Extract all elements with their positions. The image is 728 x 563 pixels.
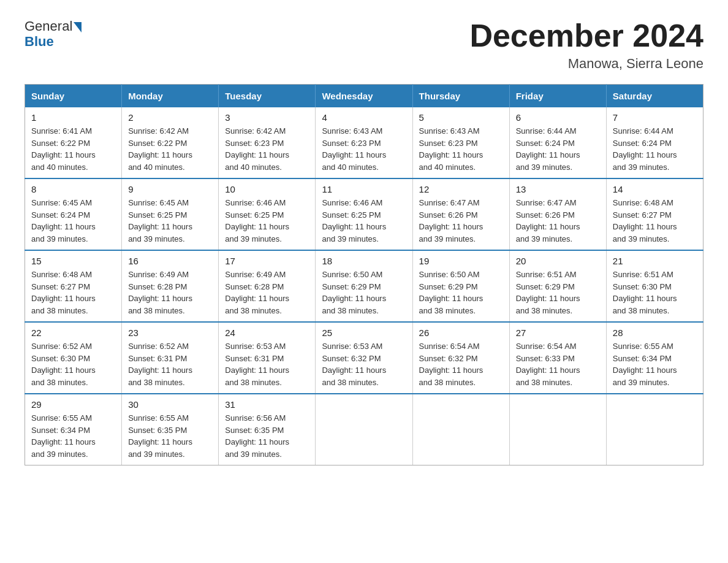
calendar-cell: 3 Sunrise: 6:42 AM Sunset: 6:23 PM Dayli… — [219, 107, 316, 178]
day-info: Sunrise: 6:44 AM Sunset: 6:24 PM Dayligh… — [516, 125, 600, 173]
header-day-tuesday: Tuesday — [219, 85, 316, 108]
calendar-week-row: 22 Sunrise: 6:52 AM Sunset: 6:30 PM Dayl… — [25, 322, 703, 394]
day-number: 4 — [322, 112, 406, 123]
day-info: Sunrise: 6:47 AM Sunset: 6:26 PM Dayligh… — [516, 197, 600, 245]
page-title: December 2024 — [469, 18, 703, 53]
header-day-friday: Friday — [509, 85, 606, 108]
day-number: 24 — [225, 327, 309, 338]
day-number: 12 — [419, 184, 503, 194]
day-info: Sunrise: 6:43 AM Sunset: 6:23 PM Dayligh… — [322, 125, 406, 173]
calendar-cell: 28 Sunrise: 6:55 AM Sunset: 6:34 PM Dayl… — [606, 322, 703, 394]
calendar-week-row: 8 Sunrise: 6:45 AM Sunset: 6:24 PM Dayli… — [25, 178, 703, 250]
calendar-week-row: 29 Sunrise: 6:55 AM Sunset: 6:34 PM Dayl… — [25, 394, 703, 465]
day-info: Sunrise: 6:55 AM Sunset: 6:34 PM Dayligh… — [613, 340, 697, 388]
logo: General Blue — [25, 18, 82, 50]
calendar-cell — [412, 394, 509, 465]
day-info: Sunrise: 6:44 AM Sunset: 6:24 PM Dayligh… — [613, 125, 697, 173]
day-info: Sunrise: 6:53 AM Sunset: 6:32 PM Dayligh… — [322, 340, 406, 388]
day-number: 13 — [516, 184, 600, 194]
day-number: 31 — [225, 399, 309, 410]
day-info: Sunrise: 6:52 AM Sunset: 6:31 PM Dayligh… — [128, 340, 212, 388]
day-info: Sunrise: 6:46 AM Sunset: 6:25 PM Dayligh… — [322, 197, 406, 245]
day-number: 8 — [31, 184, 115, 194]
page-header: General Blue December 2024 Manowa, Sierr… — [25, 18, 703, 72]
title-area: December 2024 Manowa, Sierra Leone — [469, 18, 703, 72]
calendar-cell: 4 Sunrise: 6:43 AM Sunset: 6:23 PM Dayli… — [316, 107, 412, 178]
day-number: 20 — [516, 256, 600, 266]
calendar-cell: 17 Sunrise: 6:49 AM Sunset: 6:28 PM Dayl… — [219, 250, 316, 322]
calendar-cell: 5 Sunrise: 6:43 AM Sunset: 6:23 PM Dayli… — [412, 107, 509, 178]
calendar-cell: 20 Sunrise: 6:51 AM Sunset: 6:29 PM Dayl… — [509, 250, 606, 322]
day-info: Sunrise: 6:55 AM Sunset: 6:34 PM Dayligh… — [31, 412, 115, 460]
calendar-cell: 2 Sunrise: 6:42 AM Sunset: 6:22 PM Dayli… — [122, 107, 219, 178]
logo-triangle-icon — [74, 22, 82, 33]
day-number: 26 — [419, 327, 503, 338]
day-info: Sunrise: 6:45 AM Sunset: 6:25 PM Dayligh… — [128, 197, 212, 245]
day-number: 17 — [225, 256, 309, 266]
day-number: 30 — [128, 399, 212, 410]
day-number: 16 — [128, 256, 212, 266]
day-info: Sunrise: 6:48 AM Sunset: 6:27 PM Dayligh… — [31, 269, 115, 316]
day-info: Sunrise: 6:48 AM Sunset: 6:27 PM Dayligh… — [613, 197, 697, 245]
calendar-cell: 18 Sunrise: 6:50 AM Sunset: 6:29 PM Dayl… — [316, 250, 412, 322]
day-info: Sunrise: 6:55 AM Sunset: 6:35 PM Dayligh… — [128, 412, 212, 460]
calendar-cell: 9 Sunrise: 6:45 AM Sunset: 6:25 PM Dayli… — [122, 178, 219, 250]
day-number: 29 — [31, 399, 115, 410]
day-number: 15 — [31, 256, 115, 266]
calendar-cell: 25 Sunrise: 6:53 AM Sunset: 6:32 PM Dayl… — [316, 322, 412, 394]
day-number: 27 — [516, 327, 600, 338]
day-number: 21 — [613, 256, 697, 266]
day-info: Sunrise: 6:45 AM Sunset: 6:24 PM Dayligh… — [31, 197, 115, 245]
day-info: Sunrise: 6:49 AM Sunset: 6:28 PM Dayligh… — [128, 269, 212, 316]
header-day-sunday: Sunday — [25, 85, 122, 108]
calendar-header: SundayMondayTuesdayWednesdayThursdayFrid… — [25, 85, 703, 108]
calendar-cell: 24 Sunrise: 6:53 AM Sunset: 6:31 PM Dayl… — [219, 322, 316, 394]
day-number: 28 — [613, 327, 697, 338]
day-number: 23 — [128, 327, 212, 338]
day-info: Sunrise: 6:43 AM Sunset: 6:23 PM Dayligh… — [419, 125, 503, 173]
calendar-cell: 23 Sunrise: 6:52 AM Sunset: 6:31 PM Dayl… — [122, 322, 219, 394]
calendar-cell: 21 Sunrise: 6:51 AM Sunset: 6:30 PM Dayl… — [606, 250, 703, 322]
calendar-cell — [509, 394, 606, 465]
day-number: 5 — [419, 112, 503, 123]
day-info: Sunrise: 6:42 AM Sunset: 6:22 PM Dayligh… — [128, 125, 212, 173]
calendar-cell: 13 Sunrise: 6:47 AM Sunset: 6:26 PM Dayl… — [509, 178, 606, 250]
calendar-cell: 14 Sunrise: 6:48 AM Sunset: 6:27 PM Dayl… — [606, 178, 703, 250]
calendar-cell: 6 Sunrise: 6:44 AM Sunset: 6:24 PM Dayli… — [509, 107, 606, 178]
calendar-cell: 7 Sunrise: 6:44 AM Sunset: 6:24 PM Dayli… — [606, 107, 703, 178]
day-number: 3 — [225, 112, 309, 123]
calendar-cell: 29 Sunrise: 6:55 AM Sunset: 6:34 PM Dayl… — [25, 394, 122, 465]
day-info: Sunrise: 6:42 AM Sunset: 6:23 PM Dayligh… — [225, 125, 309, 173]
day-info: Sunrise: 6:46 AM Sunset: 6:25 PM Dayligh… — [225, 197, 309, 245]
calendar-cell: 8 Sunrise: 6:45 AM Sunset: 6:24 PM Dayli… — [25, 178, 122, 250]
day-number: 14 — [613, 184, 697, 194]
calendar-cell: 27 Sunrise: 6:54 AM Sunset: 6:33 PM Dayl… — [509, 322, 606, 394]
day-info: Sunrise: 6:50 AM Sunset: 6:29 PM Dayligh… — [419, 269, 503, 316]
day-number: 1 — [31, 112, 115, 123]
calendar-cell — [316, 394, 412, 465]
day-number: 6 — [516, 112, 600, 123]
calendar-cell: 19 Sunrise: 6:50 AM Sunset: 6:29 PM Dayl… — [412, 250, 509, 322]
day-info: Sunrise: 6:53 AM Sunset: 6:31 PM Dayligh… — [225, 340, 309, 388]
day-number: 25 — [322, 327, 406, 338]
day-info: Sunrise: 6:51 AM Sunset: 6:30 PM Dayligh… — [613, 269, 697, 316]
day-number: 19 — [419, 256, 503, 266]
page-subtitle: Manowa, Sierra Leone — [469, 56, 703, 72]
calendar-cell: 26 Sunrise: 6:54 AM Sunset: 6:32 PM Dayl… — [412, 322, 509, 394]
day-number: 2 — [128, 112, 212, 123]
calendar-cell: 30 Sunrise: 6:55 AM Sunset: 6:35 PM Dayl… — [122, 394, 219, 465]
calendar-cell: 10 Sunrise: 6:46 AM Sunset: 6:25 PM Dayl… — [219, 178, 316, 250]
day-info: Sunrise: 6:54 AM Sunset: 6:33 PM Dayligh… — [516, 340, 600, 388]
day-info: Sunrise: 6:52 AM Sunset: 6:30 PM Dayligh… — [31, 340, 115, 388]
day-number: 10 — [225, 184, 309, 194]
logo-blue-text: Blue — [25, 34, 82, 49]
calendar-week-row: 1 Sunrise: 6:41 AM Sunset: 6:22 PM Dayli… — [25, 107, 703, 178]
header-day-saturday: Saturday — [606, 85, 703, 108]
header-day-monday: Monday — [122, 85, 219, 108]
logo-general-text: General — [25, 18, 72, 34]
day-info: Sunrise: 6:49 AM Sunset: 6:28 PM Dayligh… — [225, 269, 309, 316]
header-day-thursday: Thursday — [412, 85, 509, 108]
day-info: Sunrise: 6:50 AM Sunset: 6:29 PM Dayligh… — [322, 269, 406, 316]
calendar-cell: 11 Sunrise: 6:46 AM Sunset: 6:25 PM Dayl… — [316, 178, 412, 250]
day-info: Sunrise: 6:51 AM Sunset: 6:29 PM Dayligh… — [516, 269, 600, 316]
